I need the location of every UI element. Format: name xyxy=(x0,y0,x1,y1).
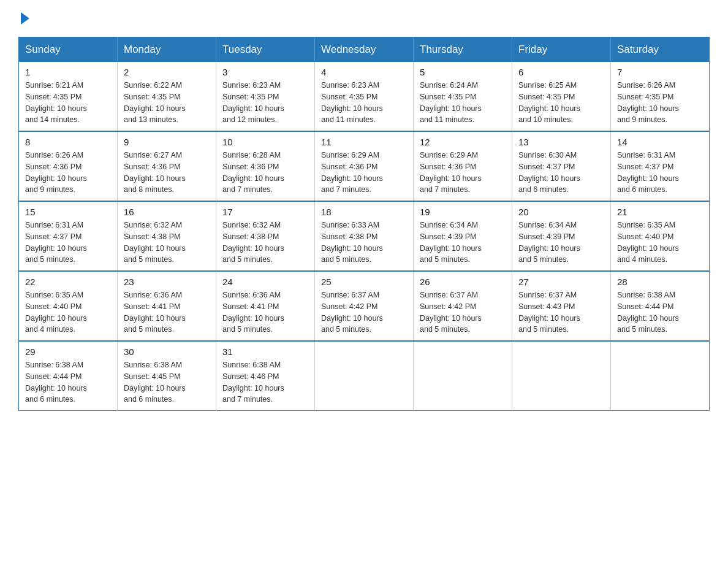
weekday-header-monday: Monday xyxy=(118,37,216,63)
day-number: 12 xyxy=(420,137,506,147)
day-number: 15 xyxy=(25,207,111,217)
day-number: 30 xyxy=(124,347,210,357)
day-number: 24 xyxy=(222,277,308,287)
logo xyxy=(18,12,29,25)
day-info: Sunrise: 6:22 AM Sunset: 4:35 PM Dayligh… xyxy=(124,80,210,126)
day-info: Sunrise: 6:28 AM Sunset: 4:36 PM Dayligh… xyxy=(222,150,308,196)
calendar-cell: 27 Sunrise: 6:37 AM Sunset: 4:43 PM Dayl… xyxy=(512,271,611,341)
day-info: Sunrise: 6:34 AM Sunset: 4:39 PM Dayligh… xyxy=(518,220,604,266)
day-number: 21 xyxy=(617,207,703,217)
day-info: Sunrise: 6:31 AM Sunset: 4:37 PM Dayligh… xyxy=(617,150,703,196)
calendar-cell: 19 Sunrise: 6:34 AM Sunset: 4:39 PM Dayl… xyxy=(414,201,512,271)
weekday-header-thursday: Thursday xyxy=(414,37,512,63)
day-number: 2 xyxy=(124,67,210,77)
calendar-cell: 18 Sunrise: 6:33 AM Sunset: 4:38 PM Dayl… xyxy=(315,201,414,271)
day-number: 11 xyxy=(321,137,407,147)
logo-triangle-icon xyxy=(21,12,29,25)
weekday-header-friday: Friday xyxy=(512,37,611,63)
calendar-cell: 25 Sunrise: 6:37 AM Sunset: 4:42 PM Dayl… xyxy=(315,271,414,341)
day-info: Sunrise: 6:23 AM Sunset: 4:35 PM Dayligh… xyxy=(222,80,308,126)
day-number: 17 xyxy=(222,207,308,217)
day-number: 10 xyxy=(222,137,308,147)
day-number: 9 xyxy=(124,137,210,147)
day-info: Sunrise: 6:32 AM Sunset: 4:38 PM Dayligh… xyxy=(124,220,210,266)
day-number: 4 xyxy=(321,67,407,77)
calendar-cell: 21 Sunrise: 6:35 AM Sunset: 4:40 PM Dayl… xyxy=(611,201,710,271)
day-info: Sunrise: 6:37 AM Sunset: 4:42 PM Dayligh… xyxy=(420,289,506,335)
calendar-cell: 14 Sunrise: 6:31 AM Sunset: 4:37 PM Dayl… xyxy=(611,131,710,201)
day-info: Sunrise: 6:38 AM Sunset: 4:45 PM Dayligh… xyxy=(124,359,210,405)
day-info: Sunrise: 6:37 AM Sunset: 4:43 PM Dayligh… xyxy=(518,289,604,335)
day-number: 29 xyxy=(25,347,111,357)
calendar-cell: 5 Sunrise: 6:24 AM Sunset: 4:35 PM Dayli… xyxy=(414,62,512,131)
calendar-cell: 10 Sunrise: 6:28 AM Sunset: 4:36 PM Dayl… xyxy=(216,131,315,201)
calendar-cell: 20 Sunrise: 6:34 AM Sunset: 4:39 PM Dayl… xyxy=(512,201,611,271)
day-info: Sunrise: 6:32 AM Sunset: 4:38 PM Dayligh… xyxy=(222,220,308,266)
day-info: Sunrise: 6:34 AM Sunset: 4:39 PM Dayligh… xyxy=(420,220,506,266)
calendar-cell: 24 Sunrise: 6:36 AM Sunset: 4:41 PM Dayl… xyxy=(216,271,315,341)
weekday-header-row: SundayMondayTuesdayWednesdayThursdayFrid… xyxy=(19,37,710,63)
day-number: 25 xyxy=(321,277,407,287)
calendar-cell: 31 Sunrise: 6:38 AM Sunset: 4:46 PM Dayl… xyxy=(216,341,315,411)
day-info: Sunrise: 6:27 AM Sunset: 4:36 PM Dayligh… xyxy=(124,150,210,196)
day-info: Sunrise: 6:38 AM Sunset: 4:46 PM Dayligh… xyxy=(222,359,308,405)
week-row-1: 1 Sunrise: 6:21 AM Sunset: 4:35 PM Dayli… xyxy=(19,62,710,131)
day-number: 3 xyxy=(222,67,308,77)
day-number: 14 xyxy=(617,137,703,147)
day-number: 1 xyxy=(25,67,111,77)
day-info: Sunrise: 6:26 AM Sunset: 4:36 PM Dayligh… xyxy=(25,150,111,196)
calendar-cell: 11 Sunrise: 6:29 AM Sunset: 4:36 PM Dayl… xyxy=(315,131,414,201)
calendar-cell: 15 Sunrise: 6:31 AM Sunset: 4:37 PM Dayl… xyxy=(19,201,118,271)
day-info: Sunrise: 6:35 AM Sunset: 4:40 PM Dayligh… xyxy=(617,220,703,266)
week-row-2: 8 Sunrise: 6:26 AM Sunset: 4:36 PM Dayli… xyxy=(19,131,710,201)
calendar-cell xyxy=(315,341,414,411)
calendar-cell: 17 Sunrise: 6:32 AM Sunset: 4:38 PM Dayl… xyxy=(216,201,315,271)
page-header xyxy=(18,12,710,25)
calendar-cell: 29 Sunrise: 6:38 AM Sunset: 4:44 PM Dayl… xyxy=(19,341,118,411)
calendar-cell: 16 Sunrise: 6:32 AM Sunset: 4:38 PM Dayl… xyxy=(118,201,216,271)
day-info: Sunrise: 6:33 AM Sunset: 4:38 PM Dayligh… xyxy=(321,220,407,266)
day-info: Sunrise: 6:38 AM Sunset: 4:44 PM Dayligh… xyxy=(25,359,111,405)
calendar-cell xyxy=(414,341,512,411)
day-info: Sunrise: 6:38 AM Sunset: 4:44 PM Dayligh… xyxy=(617,289,703,335)
day-number: 7 xyxy=(617,67,703,77)
day-number: 6 xyxy=(518,67,604,77)
calendar-cell: 7 Sunrise: 6:26 AM Sunset: 4:35 PM Dayli… xyxy=(611,62,710,131)
day-number: 19 xyxy=(420,207,506,217)
calendar-cell: 8 Sunrise: 6:26 AM Sunset: 4:36 PM Dayli… xyxy=(19,131,118,201)
day-info: Sunrise: 6:24 AM Sunset: 4:35 PM Dayligh… xyxy=(420,80,506,126)
weekday-header-wednesday: Wednesday xyxy=(315,37,414,63)
calendar-cell: 9 Sunrise: 6:27 AM Sunset: 4:36 PM Dayli… xyxy=(118,131,216,201)
calendar-cell xyxy=(512,341,611,411)
day-info: Sunrise: 6:35 AM Sunset: 4:40 PM Dayligh… xyxy=(25,289,111,335)
calendar-cell: 23 Sunrise: 6:36 AM Sunset: 4:41 PM Dayl… xyxy=(118,271,216,341)
weekday-header-tuesday: Tuesday xyxy=(216,37,315,63)
calendar-cell: 3 Sunrise: 6:23 AM Sunset: 4:35 PM Dayli… xyxy=(216,62,315,131)
day-number: 20 xyxy=(518,207,604,217)
week-row-3: 15 Sunrise: 6:31 AM Sunset: 4:37 PM Dayl… xyxy=(19,201,710,271)
day-number: 22 xyxy=(25,277,111,287)
calendar-cell: 30 Sunrise: 6:38 AM Sunset: 4:45 PM Dayl… xyxy=(118,341,216,411)
day-info: Sunrise: 6:29 AM Sunset: 4:36 PM Dayligh… xyxy=(420,150,506,196)
day-number: 5 xyxy=(420,67,506,77)
calendar-cell: 1 Sunrise: 6:21 AM Sunset: 4:35 PM Dayli… xyxy=(19,62,118,131)
day-number: 26 xyxy=(420,277,506,287)
week-row-4: 22 Sunrise: 6:35 AM Sunset: 4:40 PM Dayl… xyxy=(19,271,710,341)
day-number: 31 xyxy=(222,347,308,357)
day-number: 23 xyxy=(124,277,210,287)
calendar-cell: 26 Sunrise: 6:37 AM Sunset: 4:42 PM Dayl… xyxy=(414,271,512,341)
day-info: Sunrise: 6:36 AM Sunset: 4:41 PM Dayligh… xyxy=(222,289,308,335)
calendar-cell: 28 Sunrise: 6:38 AM Sunset: 4:44 PM Dayl… xyxy=(611,271,710,341)
day-info: Sunrise: 6:26 AM Sunset: 4:35 PM Dayligh… xyxy=(617,80,703,126)
calendar-cell: 22 Sunrise: 6:35 AM Sunset: 4:40 PM Dayl… xyxy=(19,271,118,341)
day-info: Sunrise: 6:37 AM Sunset: 4:42 PM Dayligh… xyxy=(321,289,407,335)
weekday-header-saturday: Saturday xyxy=(611,37,710,63)
calendar-cell xyxy=(611,341,710,411)
day-info: Sunrise: 6:25 AM Sunset: 4:35 PM Dayligh… xyxy=(518,80,604,126)
calendar-table: SundayMondayTuesdayWednesdayThursdayFrid… xyxy=(18,37,710,411)
day-info: Sunrise: 6:29 AM Sunset: 4:36 PM Dayligh… xyxy=(321,150,407,196)
day-number: 8 xyxy=(25,137,111,147)
day-info: Sunrise: 6:31 AM Sunset: 4:37 PM Dayligh… xyxy=(25,220,111,266)
day-number: 28 xyxy=(617,277,703,287)
week-row-5: 29 Sunrise: 6:38 AM Sunset: 4:44 PM Dayl… xyxy=(19,341,710,411)
